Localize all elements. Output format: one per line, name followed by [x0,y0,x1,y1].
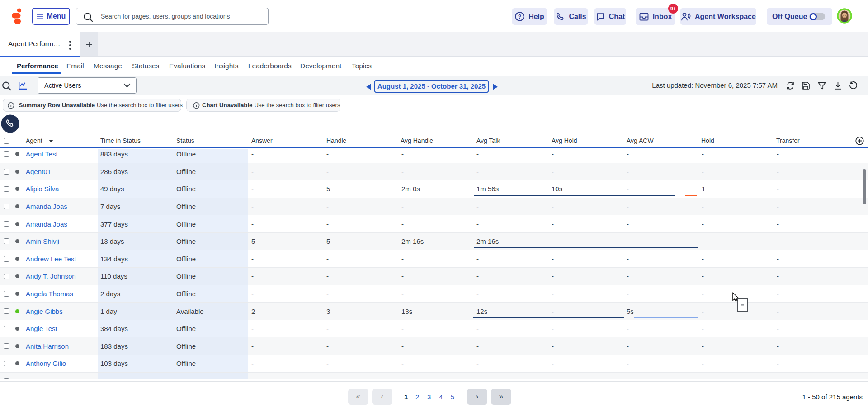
svg-text:?: ? [518,14,522,20]
